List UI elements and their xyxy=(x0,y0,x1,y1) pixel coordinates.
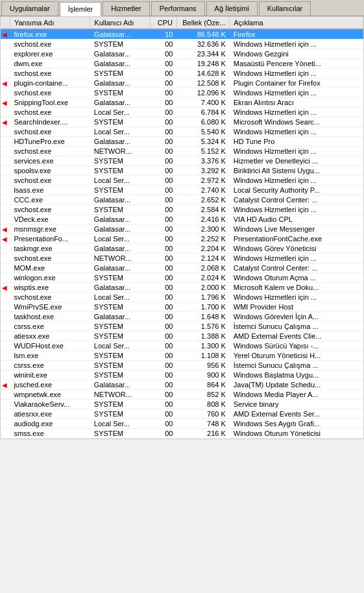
col-header-name[interactable]: Yansıma Adı xyxy=(10,17,90,29)
process-description: Windows Hizmetleri için ... xyxy=(230,293,363,302)
process-memory: 1.300 K xyxy=(176,341,229,351)
tab-uygulamalar[interactable]: Uygulamalar xyxy=(1,1,58,16)
table-row[interactable]: lsm.exeSYSTEM001.108 KYerel Oturum Yönet… xyxy=(1,351,363,361)
table-row[interactable]: atiesrxx.exeSYSTEM00760 KAMD External Ev… xyxy=(1,409,363,419)
col-header-desc[interactable]: Açıklama xyxy=(230,17,363,29)
row-flag xyxy=(1,400,10,409)
table-row[interactable]: svchost.exeSYSTEM002.584 KWindows Hizmet… xyxy=(1,205,363,215)
table-row[interactable]: ◀PresentationFo...Local Ser...002.252 KP… xyxy=(1,234,363,244)
process-memory: 864 K xyxy=(176,380,229,390)
process-description: AMD External Events Clie... xyxy=(230,332,363,341)
table-row[interactable]: svchost.exeSYSTEM0032.636 KWindows Hizme… xyxy=(1,40,363,49)
process-user: Galatasar... xyxy=(90,29,151,40)
table-row[interactable]: services.exeSYSTEM003.376 KHizmetler ve … xyxy=(1,156,363,166)
process-description: Windows Sürücü Yapısı -... xyxy=(230,341,363,351)
process-memory: 5.540 K xyxy=(176,127,229,137)
table-row[interactable]: atiesxx.exeSYSTEM001.388 KAMD External E… xyxy=(1,332,363,341)
table-row[interactable]: audiodg.exeLocal Ser...00748 KWindows Se… xyxy=(1,419,363,429)
table-row[interactable]: svchost.exeNETWOR...002.124 KWindows Hiz… xyxy=(1,254,363,263)
table-row[interactable]: HDTunePro.exeGalatasar...005.324 KHD Tun… xyxy=(1,137,363,147)
process-memory: 6.784 K xyxy=(176,108,229,117)
process-memory: 1.700 K xyxy=(176,302,229,312)
process-name: audiodg.exe xyxy=(10,419,90,429)
col-header-user[interactable]: Kullanıcı Adı xyxy=(90,17,151,29)
table-row[interactable]: WUDFHost.exeLocal Ser...001.300 KWindows… xyxy=(1,341,363,351)
process-description: HD Tune Pro xyxy=(230,137,363,147)
table-row[interactable]: svchost.exeLocal Ser...005.540 KWindows … xyxy=(1,127,363,137)
table-row[interactable]: svchost.exeSYSTEM0012.096 KWindows Hizme… xyxy=(1,88,363,98)
process-description: Catalyst Control Center: ... xyxy=(230,263,363,273)
table-row[interactable]: csrss.exeSYSTEM00956 Kİstemci Sunucu Çal… xyxy=(1,361,363,370)
process-memory: 12.096 K xyxy=(176,88,229,98)
table-row[interactable]: wininit.exeSYSTEM00900 KWindows Başlatma… xyxy=(1,370,363,380)
table-row[interactable]: ◀SnippingTool.exeGalatasar...007.400 KEk… xyxy=(1,98,363,108)
process-memory: 6.080 K xyxy=(176,117,229,127)
col-header-mem[interactable]: Bellek (Öze... xyxy=(176,17,229,29)
table-row[interactable]: VDeck.exeGalatasar...002.416 KVIA HD Aud… xyxy=(1,215,363,224)
table-row[interactable]: lsass.exeSYSTEM002.740 KLocal Security A… xyxy=(1,186,363,195)
table-row[interactable]: svchost.exeNETWOR...005.152 KWindows Hiz… xyxy=(1,147,363,156)
table-row[interactable]: ◀msnmsgr.exeGalatasar...002.300 KWindows… xyxy=(1,224,363,234)
process-user: Galatasar... xyxy=(90,380,151,390)
process-name: svchost.exe xyxy=(10,254,90,263)
process-cpu: 00 xyxy=(150,59,176,69)
process-user: Local Ser... xyxy=(90,108,151,117)
process-cpu: 00 xyxy=(150,370,176,380)
process-description: Windows Hizmetleri için ... xyxy=(230,254,363,263)
process-memory: 1.388 K xyxy=(176,332,229,341)
tab-ag-iletisimi[interactable]: Ağ İletişimi xyxy=(206,1,258,16)
table-row[interactable]: explorer.exeGalatasar...0023.344 KWindow… xyxy=(1,49,363,59)
process-name: plugin-containe... xyxy=(10,79,90,88)
process-user: Local Ser... xyxy=(90,341,151,351)
process-memory: 5.324 K xyxy=(176,137,229,147)
table-row[interactable]: svchost.exeLocal Ser...006.784 KWindows … xyxy=(1,108,363,117)
col-header-cpu[interactable]: CPU xyxy=(150,17,176,29)
process-cpu: 00 xyxy=(150,361,176,370)
table-row[interactable]: ViakaraokeServ...SYSTEM00808 KService bi… xyxy=(1,400,363,409)
process-name: spoolsv.exe xyxy=(10,166,90,176)
process-user: Galatasar... xyxy=(90,59,151,69)
table-row[interactable]: winlogon.exeSYSTEM002.024 KWindows Oturu… xyxy=(1,273,363,283)
table-row[interactable]: svchost.exeSYSTEM0014.628 KWindows Hizme… xyxy=(1,69,363,79)
table-row[interactable]: smss.exeSYSTEM00216 KWindows Oturum Yöne… xyxy=(1,429,363,439)
row-flag xyxy=(1,195,10,205)
table-row[interactable]: WmiPrvSE.exeSYSTEM001.700 KWMI Provider … xyxy=(1,302,363,312)
table-row[interactable]: ◀plugin-containe...Galatasar...0012.508 … xyxy=(1,79,363,88)
table-row[interactable]: ◀jusched.exeGalatasar...00864 KJava(TM) … xyxy=(1,380,363,390)
row-flag xyxy=(1,273,10,283)
row-flag xyxy=(1,108,10,117)
process-description: İstemci Sunucu Çalışma ... xyxy=(230,322,363,332)
process-memory: 14.628 K xyxy=(176,69,229,79)
process-cpu: 00 xyxy=(150,322,176,332)
process-description: PresentationFontCache.exe xyxy=(230,234,363,244)
process-memory: 23.344 K xyxy=(176,49,229,59)
table-row[interactable]: MOM.exeGalatasar...002.068 KCatalyst Con… xyxy=(1,263,363,273)
table-row[interactable]: ◀SearchIndexer....SYSTEM006.080 KMicroso… xyxy=(1,117,363,127)
process-name: svchost.exe xyxy=(10,40,90,49)
table-row[interactable]: taskmgr.exeGalatasar...002.204 KWindows … xyxy=(1,244,363,254)
tab-hizmetler[interactable]: Hizmetler xyxy=(103,1,149,16)
table-row[interactable]: CCC.exeGalatasar...002.652 KCatalyst Con… xyxy=(1,195,363,205)
tab-kullanicilar[interactable]: Kullanıcılar xyxy=(259,1,311,16)
table-row[interactable]: ◀wisptis.exeGalatasar...002.000 KMicroso… xyxy=(1,283,363,293)
process-user: Galatasar... xyxy=(90,312,151,322)
table-row[interactable]: svchost.exeLocal Ser...002.972 KWindows … xyxy=(1,176,363,186)
table-row[interactable]: csrss.exeSYSTEM001.576 Kİstemci Sunucu Ç… xyxy=(1,322,363,332)
tab-islemler[interactable]: İşlemler xyxy=(60,2,102,16)
process-user: SYSTEM xyxy=(90,69,151,79)
process-name: SnippingTool.exe xyxy=(10,98,90,108)
process-description: Windows Hizmetleri için ... xyxy=(230,205,363,215)
table-row[interactable]: wmpnetwk.exeNETWOR...00852 KWindows Medi… xyxy=(1,390,363,400)
process-name: wisptis.exe xyxy=(10,283,90,293)
table-row[interactable]: dwm.exeGalatasar...0019.248 KMasaüstü Pe… xyxy=(1,59,363,69)
process-cpu: 00 xyxy=(150,176,176,186)
col-header-flag[interactable] xyxy=(1,17,10,29)
table-row[interactable]: taskhost.exeGalatasar...001.648 KWindows… xyxy=(1,312,363,322)
table-row[interactable]: spoolsv.exeSYSTEM003.292 KBiriktirici Al… xyxy=(1,166,363,176)
process-memory: 1.648 K xyxy=(176,312,229,322)
table-row[interactable]: svchost.exeLocal Ser...001.796 KWindows … xyxy=(1,293,363,302)
process-user: SYSTEM xyxy=(90,186,151,195)
tab-performans[interactable]: Performans xyxy=(151,1,205,16)
table-row[interactable]: ◀firefox.exeGalatasar...1086.548 KFirefo… xyxy=(1,29,363,40)
process-name: winlogon.exe xyxy=(10,273,90,283)
